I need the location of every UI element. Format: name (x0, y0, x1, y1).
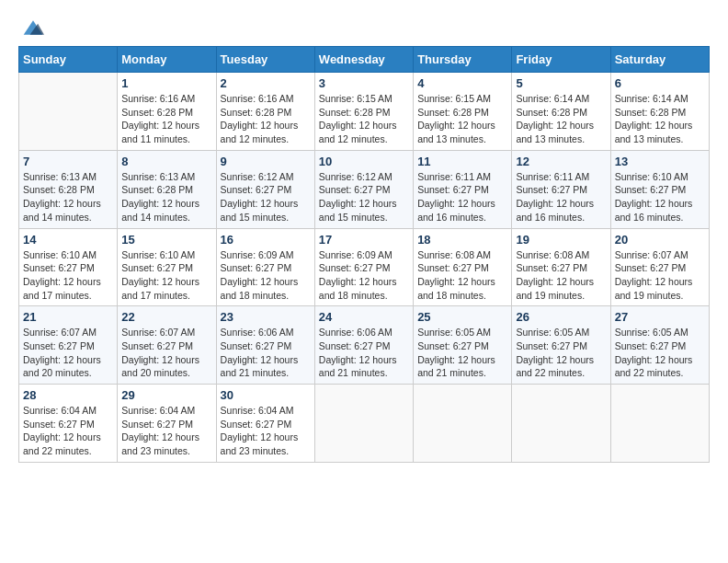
logo (18, 18, 44, 37)
day-cell: 4Sunrise: 6:15 AMSunset: 6:28 PMDaylight… (414, 73, 512, 151)
day-cell: 28Sunrise: 6:04 AMSunset: 6:27 PMDayligh… (19, 385, 118, 463)
day-info: Sunrise: 6:07 AMSunset: 6:27 PMDaylight:… (121, 326, 211, 380)
day-cell: 6Sunrise: 6:14 AMSunset: 6:28 PMDaylight… (610, 73, 709, 151)
day-info: Sunrise: 6:07 AMSunset: 6:27 PMDaylight:… (615, 248, 705, 303)
day-number: 30 (221, 388, 311, 402)
day-cell: 19Sunrise: 6:08 AMSunset: 6:27 PMDayligh… (512, 228, 610, 306)
day-info: Sunrise: 6:15 AMSunset: 6:28 PMDaylight:… (319, 92, 409, 146)
day-number: 17 (319, 233, 409, 247)
calendar-body: 1Sunrise: 6:16 AMSunset: 6:28 PMDaylight… (19, 73, 710, 463)
day-info: Sunrise: 6:08 AMSunset: 6:27 PMDaylight:… (417, 248, 507, 303)
day-cell (610, 385, 709, 463)
day-number: 12 (516, 155, 606, 168)
day-number: 11 (417, 155, 507, 168)
day-info: Sunrise: 6:10 AMSunset: 6:27 PMDaylight:… (121, 248, 211, 303)
day-info: Sunrise: 6:11 AMSunset: 6:27 PMDaylight:… (417, 170, 507, 224)
day-number: 25 (417, 310, 507, 324)
week-row-2: 14Sunrise: 6:10 AMSunset: 6:27 PMDayligh… (19, 228, 710, 306)
day-number: 24 (319, 310, 409, 324)
day-info: Sunrise: 6:05 AMSunset: 6:27 PMDaylight:… (615, 326, 705, 380)
day-cell: 17Sunrise: 6:09 AMSunset: 6:27 PMDayligh… (314, 228, 413, 306)
day-cell: 30Sunrise: 6:04 AMSunset: 6:27 PMDayligh… (216, 385, 314, 463)
day-info: Sunrise: 6:16 AMSunset: 6:28 PMDaylight:… (221, 92, 311, 146)
day-number: 13 (615, 155, 705, 168)
day-info: Sunrise: 6:04 AMSunset: 6:27 PMDaylight:… (221, 404, 311, 458)
week-row-3: 21Sunrise: 6:07 AMSunset: 6:27 PMDayligh… (19, 306, 710, 385)
day-cell: 9Sunrise: 6:12 AMSunset: 6:27 PMDaylight… (216, 150, 314, 228)
day-info: Sunrise: 6:15 AMSunset: 6:28 PMDaylight:… (417, 92, 507, 146)
day-number: 6 (615, 76, 705, 90)
week-row-0: 1Sunrise: 6:16 AMSunset: 6:28 PMDaylight… (19, 73, 710, 151)
day-cell: 14Sunrise: 6:10 AMSunset: 6:27 PMDayligh… (19, 228, 118, 306)
day-cell: 13Sunrise: 6:10 AMSunset: 6:27 PMDayligh… (610, 150, 709, 228)
day-cell: 18Sunrise: 6:08 AMSunset: 6:27 PMDayligh… (414, 228, 512, 306)
day-cell: 3Sunrise: 6:15 AMSunset: 6:28 PMDaylight… (314, 73, 413, 151)
day-number: 22 (121, 310, 211, 324)
day-cell: 7Sunrise: 6:13 AMSunset: 6:28 PMDaylight… (19, 150, 118, 228)
header-cell-saturday: Saturday (610, 47, 709, 73)
day-cell (314, 385, 413, 463)
day-info: Sunrise: 6:04 AMSunset: 6:27 PMDaylight:… (23, 404, 113, 458)
day-number: 28 (23, 388, 113, 402)
day-info: Sunrise: 6:16 AMSunset: 6:28 PMDaylight:… (121, 92, 211, 146)
header-cell-sunday: Sunday (19, 47, 118, 73)
day-number: 20 (615, 233, 705, 247)
week-row-4: 28Sunrise: 6:04 AMSunset: 6:27 PMDayligh… (19, 385, 710, 463)
calendar-header-row: SundayMondayTuesdayWednesdayThursdayFrid… (19, 47, 710, 73)
day-number: 10 (319, 155, 409, 168)
day-number: 5 (516, 76, 606, 90)
day-number: 8 (121, 155, 211, 168)
day-number: 29 (121, 388, 211, 402)
day-number: 7 (23, 155, 113, 168)
day-cell: 24Sunrise: 6:06 AMSunset: 6:27 PMDayligh… (314, 306, 413, 385)
day-number: 3 (319, 76, 409, 90)
day-info: Sunrise: 6:06 AMSunset: 6:27 PMDaylight:… (319, 326, 409, 380)
day-number: 26 (516, 310, 606, 324)
day-number: 23 (221, 310, 311, 324)
day-number: 4 (417, 76, 507, 90)
day-info: Sunrise: 6:05 AMSunset: 6:27 PMDaylight:… (516, 326, 606, 380)
day-number: 14 (23, 233, 113, 247)
day-info: Sunrise: 6:07 AMSunset: 6:27 PMDaylight:… (23, 326, 113, 380)
day-info: Sunrise: 6:09 AMSunset: 6:27 PMDaylight:… (221, 248, 311, 303)
day-cell (512, 385, 610, 463)
day-info: Sunrise: 6:13 AMSunset: 6:28 PMDaylight:… (23, 170, 113, 224)
day-number: 18 (417, 233, 507, 247)
day-cell: 15Sunrise: 6:10 AMSunset: 6:27 PMDayligh… (118, 228, 216, 306)
day-cell: 22Sunrise: 6:07 AMSunset: 6:27 PMDayligh… (118, 306, 216, 385)
day-info: Sunrise: 6:11 AMSunset: 6:27 PMDaylight:… (516, 170, 606, 224)
day-cell: 16Sunrise: 6:09 AMSunset: 6:27 PMDayligh… (216, 228, 314, 306)
day-cell: 21Sunrise: 6:07 AMSunset: 6:27 PMDayligh… (19, 306, 118, 385)
day-cell (414, 385, 512, 463)
day-cell: 25Sunrise: 6:05 AMSunset: 6:27 PMDayligh… (414, 306, 512, 385)
header-cell-monday: Monday (118, 47, 216, 73)
header-cell-wednesday: Wednesday (314, 47, 413, 73)
day-info: Sunrise: 6:06 AMSunset: 6:27 PMDaylight:… (221, 326, 311, 380)
day-cell: 12Sunrise: 6:11 AMSunset: 6:27 PMDayligh… (512, 150, 610, 228)
day-cell (19, 73, 118, 151)
day-number: 27 (615, 310, 705, 324)
header-cell-thursday: Thursday (414, 47, 512, 73)
day-info: Sunrise: 6:05 AMSunset: 6:27 PMDaylight:… (417, 326, 507, 380)
week-row-1: 7Sunrise: 6:13 AMSunset: 6:28 PMDaylight… (19, 150, 710, 228)
day-info: Sunrise: 6:04 AMSunset: 6:27 PMDaylight:… (121, 404, 211, 458)
day-cell: 27Sunrise: 6:05 AMSunset: 6:27 PMDayligh… (610, 306, 709, 385)
day-cell: 11Sunrise: 6:11 AMSunset: 6:27 PMDayligh… (414, 150, 512, 228)
day-number: 15 (121, 233, 211, 247)
day-number: 2 (221, 76, 311, 90)
header-cell-tuesday: Tuesday (216, 47, 314, 73)
day-info: Sunrise: 6:14 AMSunset: 6:28 PMDaylight:… (516, 92, 606, 146)
day-info: Sunrise: 6:10 AMSunset: 6:27 PMDaylight:… (615, 170, 705, 224)
day-number: 19 (516, 233, 606, 247)
calendar-table: SundayMondayTuesdayWednesdayThursdayFrid… (18, 46, 710, 463)
day-info: Sunrise: 6:08 AMSunset: 6:27 PMDaylight:… (516, 248, 606, 303)
day-cell: 8Sunrise: 6:13 AMSunset: 6:28 PMDaylight… (118, 150, 216, 228)
day-info: Sunrise: 6:13 AMSunset: 6:28 PMDaylight:… (121, 170, 211, 224)
day-cell: 20Sunrise: 6:07 AMSunset: 6:27 PMDayligh… (610, 228, 709, 306)
day-cell: 29Sunrise: 6:04 AMSunset: 6:27 PMDayligh… (118, 385, 216, 463)
day-cell: 2Sunrise: 6:16 AMSunset: 6:28 PMDaylight… (216, 73, 314, 151)
day-cell: 10Sunrise: 6:12 AMSunset: 6:27 PMDayligh… (314, 150, 413, 228)
day-info: Sunrise: 6:12 AMSunset: 6:27 PMDaylight:… (221, 170, 311, 224)
day-cell: 5Sunrise: 6:14 AMSunset: 6:28 PMDaylight… (512, 73, 610, 151)
page-header (18, 18, 710, 37)
